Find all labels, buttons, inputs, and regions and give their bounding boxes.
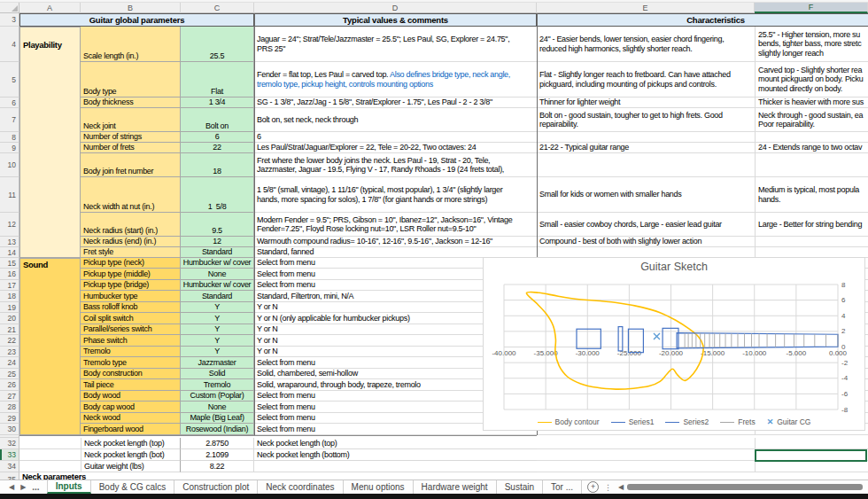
row-header-20[interactable]: 20 [0, 313, 19, 324]
cell-B15[interactable]: Pickup type (neck) [81, 258, 181, 269]
cell-D5-with-link[interactable]: Fender = flat top, Les Paul = carved top… [254, 62, 537, 97]
row-header-16[interactable]: 16 [0, 269, 19, 280]
cell-C33[interactable]: 2.1099 [181, 449, 254, 461]
cell-B24[interactable]: Tremolo type [81, 357, 181, 369]
cell-D32[interactable]: Neck pocket length (top) [254, 438, 537, 449]
row-header-15[interactable]: 15 [0, 258, 19, 269]
cell-B18[interactable]: Humbucker type [81, 291, 181, 302]
row-header-26[interactable]: 26 [0, 379, 19, 391]
cell-C9[interactable]: 22 [181, 143, 254, 153]
cell-F4[interactable]: 25.5" - Higher tension, more su bends, t… [755, 27, 868, 62]
cell-B21[interactable]: Parallel/series switch [81, 324, 181, 335]
cell-D8[interactable]: 6 [254, 132, 537, 143]
cell-B34[interactable]: Guitar weight (lbs) [81, 461, 181, 472]
sheet-tab-tor-[interactable]: Tor ... [543, 480, 582, 494]
cell-B30[interactable]: Fingerboard wood [81, 424, 181, 435]
row-header-13[interactable]: 13 [0, 237, 19, 247]
row-header-8[interactable]: 8 [0, 132, 19, 143]
cell-D11[interactable]: 1 5/8" (small, vintage), 1 11/16" (typic… [254, 177, 537, 213]
cell-C12[interactable]: 9.5 [181, 213, 254, 237]
cell-C10[interactable]: 18 [181, 153, 254, 177]
cell-B22[interactable]: Phase switch [81, 335, 181, 347]
cell-B28[interactable]: Body cap wood [81, 402, 181, 413]
cell-F12[interactable]: Large - Better for string bending [755, 213, 868, 237]
cell-C24[interactable]: Jazzmaster [181, 357, 254, 369]
tab-splitter-icon[interactable]: ⋮ [599, 480, 618, 494]
cell-E4[interactable]: 24" - Easier bends, lower tension, easie… [537, 27, 755, 62]
cell-C17[interactable]: Humbucker w/ cover [181, 280, 254, 291]
cell-C23[interactable]: Y [181, 347, 254, 357]
cell-C25[interactable]: Solid [181, 369, 254, 379]
row-header-11[interactable]: 11 [0, 177, 19, 213]
row-header-34[interactable]: 34 [0, 461, 19, 472]
column-header-C[interactable]: C [181, 3, 254, 13]
cell-C7[interactable]: Bolt on [181, 108, 254, 132]
row-header-9[interactable]: 9 [0, 143, 19, 153]
cell-A34[interactable] [19, 461, 81, 472]
scroll-left-icon[interactable]: ◀ [618, 483, 624, 491]
cell-B5[interactable]: Body type [81, 62, 181, 97]
cell-F9[interactable]: 24 - Extends range to two octav [755, 143, 868, 153]
cell-B17[interactable]: Pickup type (bridge) [81, 280, 181, 291]
cell-A32[interactable] [19, 438, 81, 449]
cell-E33[interactable] [537, 449, 755, 461]
cell-B33[interactable]: Neck pocket length (bot) [81, 449, 181, 461]
row-header-29[interactable]: 29 [0, 413, 19, 424]
cell-B4[interactable]: Scale length (in.) [81, 27, 181, 62]
horizontal-scrollbar-thumb[interactable] [627, 484, 863, 490]
cell-C29[interactable]: Maple (Big Leaf) [181, 413, 254, 424]
cell-B26[interactable]: Tail piece [81, 379, 181, 391]
select-all-corner[interactable] [0, 3, 19, 13]
row-header-27[interactable]: 27 [0, 391, 19, 402]
row-header-5[interactable]: 5 [0, 62, 19, 97]
sheet-tab-menu-options[interactable]: Menu options [344, 480, 414, 494]
cell-D7[interactable]: Bolt on, set neck, neck through [254, 108, 537, 132]
column-header-D[interactable]: D [254, 3, 537, 13]
cell-B29[interactable]: Neck wood [81, 413, 181, 424]
row-header-6[interactable]: 6 [0, 97, 19, 108]
header-typical-values-comments[interactable]: Typical values & comments [254, 13, 537, 27]
sheet-tab-sustain[interactable]: Sustain [497, 480, 543, 494]
cell-C20[interactable]: Y [181, 313, 254, 324]
row-header-18[interactable]: 18 [0, 291, 19, 302]
row-header-14[interactable]: 14 [0, 247, 19, 258]
cell-A33[interactable] [19, 449, 81, 461]
cell-C15[interactable]: Humbucker w/ cover [181, 258, 254, 269]
row-header-4[interactable]: 4 [0, 27, 19, 62]
column-header-A[interactable]: A [19, 3, 81, 13]
cell-F10[interactable] [755, 153, 868, 177]
cell-C34[interactable]: 8.22 [181, 461, 254, 472]
cell-B13[interactable]: Neck radius (end) (in.) [81, 237, 181, 247]
cell-E12[interactable]: Small - easier cowboy chords, Large - ea… [537, 213, 755, 237]
cell-B8[interactable]: Number of strings [81, 132, 181, 143]
tab-nav-right-icon[interactable]: ▶ [20, 483, 26, 491]
cell-F11[interactable]: Medium is typical, most popula hands. [755, 177, 868, 213]
cell-B6[interactable]: Body thickness [81, 97, 181, 108]
cell-C6[interactable]: 1 3/4 [181, 97, 254, 108]
cell-E7[interactable]: Bolt on - good sustain, tougher to get t… [537, 108, 755, 132]
cell-B9[interactable]: Number of frets [81, 143, 181, 153]
row-header-24[interactable]: 24 [0, 357, 19, 369]
row-header-33[interactable]: 33 [0, 449, 19, 461]
add-sheet-button[interactable]: + [587, 480, 599, 494]
sheet-tab-inputs[interactable]: Inputs [47, 480, 91, 494]
cell-E11[interactable]: Small for kids or women with smaller han… [537, 177, 755, 213]
row-header-21[interactable]: 21 [0, 324, 19, 335]
row-header-23[interactable]: 23 [0, 347, 19, 357]
row-header-7[interactable]: 7 [0, 108, 19, 132]
cell-D33[interactable]: Neck pocket length (bottom) [254, 449, 537, 461]
cell-D6[interactable]: SG - 1 3/8", Jazz/Jag - 1 5/8", Strat/Ex… [254, 97, 537, 108]
cell-B16[interactable]: Pickup type (middle) [81, 269, 181, 280]
cell-D4[interactable]: Jaguar = 24"; Strat/Tele/Jazzmaster = 25… [254, 27, 537, 62]
cell-F32[interactable] [755, 438, 868, 449]
cell-B12[interactable]: Neck radius (start) (in.) [81, 213, 181, 237]
cell-F5[interactable]: Carved top - Slightly shorter rea mount … [755, 62, 868, 97]
row-header-12[interactable]: 12 [0, 213, 19, 237]
section-block-playability[interactable]: Playability [19, 27, 81, 258]
cell-C19[interactable]: Y [181, 302, 254, 313]
column-header-F[interactable]: F [755, 3, 868, 13]
cell-B19[interactable]: Bass rolloff knob [81, 302, 181, 313]
cell-C13[interactable]: 12 [181, 237, 254, 247]
sheet-tab-hardware-weight[interactable]: Hardware weight [414, 480, 497, 494]
row-header-19[interactable]: 19 [0, 302, 19, 313]
